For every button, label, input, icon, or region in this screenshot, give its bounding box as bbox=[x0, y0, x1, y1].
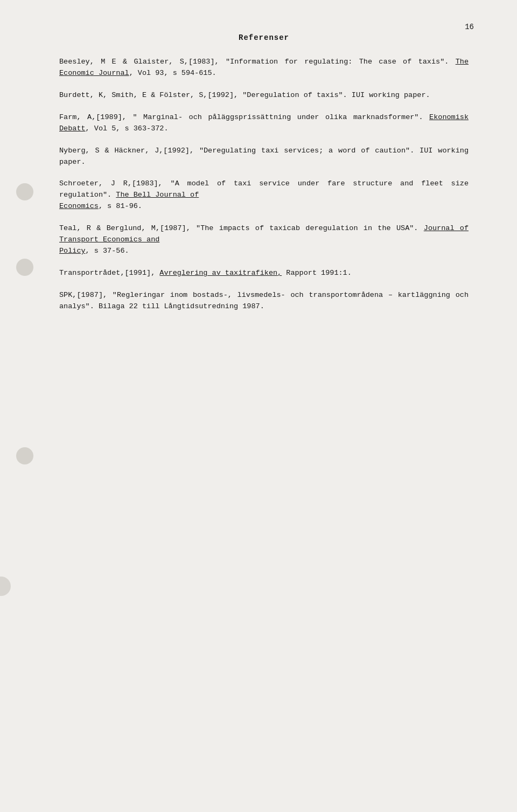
ref-farm-journal: Ekonomisk Debatt bbox=[59, 113, 469, 133]
binding-circle-1 bbox=[16, 183, 33, 200]
reference-schroeter: Schroeter, J R,[1983], "A model of taxi … bbox=[59, 178, 469, 212]
section-title: Referenser bbox=[59, 32, 469, 44]
reference-spk: SPK,[1987], "Regleringar inom bostads-, … bbox=[59, 290, 469, 313]
reference-nyberg: Nyberg, S & Häckner, J,[1992], "Deregula… bbox=[59, 145, 469, 168]
reference-beesley: Beesley, M E & Glaister, S,[1983], "Info… bbox=[59, 57, 469, 79]
ref-schroeter-journal1: The Bell Journal of bbox=[116, 191, 199, 199]
ref-beesley-journal: The Economic Journal bbox=[59, 58, 469, 77]
reference-transportradet: Transportrådet,[1991], Avreglering av ta… bbox=[59, 268, 469, 279]
binding-circle-4 bbox=[0, 577, 11, 596]
ref-transportradet-title: Avreglering av taxitrafiken, bbox=[159, 269, 282, 277]
ref-schroeter-journal2: Economics bbox=[59, 202, 99, 210]
reference-burdett: Burdett, K, Smith, E & Fölster, S,[1992]… bbox=[59, 90, 469, 101]
reference-teal: Teal, R & Berglund, M,[1987], "The impac… bbox=[59, 223, 469, 257]
binding-circle-3 bbox=[16, 447, 33, 464]
ref-teal-journal1: Journal of Transport Economics and bbox=[59, 224, 469, 244]
ref-teal-journal2: Policy bbox=[59, 247, 86, 255]
reference-farm: Farm, A,[1989], " Marginal- och påläggsp… bbox=[59, 112, 469, 135]
binding-circle-2 bbox=[16, 259, 33, 276]
page: 16 Referenser Beesley, M E & Glaister, S… bbox=[0, 0, 517, 812]
page-number: 16 bbox=[465, 22, 474, 33]
